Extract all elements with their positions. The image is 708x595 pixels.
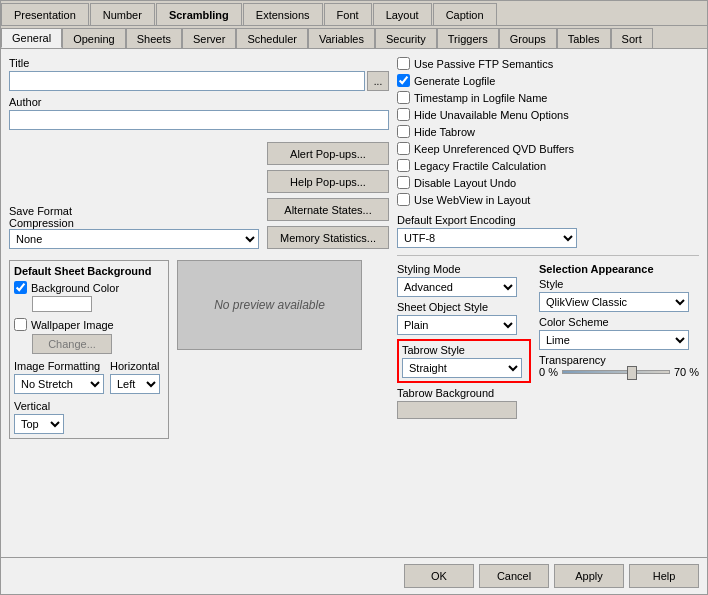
left-panel: Title ... Author Save Format: [9, 57, 389, 549]
transparency-slider-track: [562, 370, 670, 374]
compression-label: Compression: [9, 217, 74, 229]
horizontal-label: Horizontal: [110, 360, 160, 372]
transparency-row: 0 % 70 %: [539, 366, 699, 378]
hide-unavailable-row: Hide Unavailable Menu Options: [397, 108, 699, 121]
transparency-slider-thumb[interactable]: [627, 366, 637, 380]
passive-ftp-checkbox[interactable]: [397, 57, 410, 70]
compression-select[interactable]: None: [9, 229, 259, 249]
subtab-groups[interactable]: Groups: [499, 28, 557, 48]
disable-layout-undo-label: Disable Layout Undo: [414, 177, 516, 189]
color-swatch[interactable]: [32, 296, 92, 312]
alternate-states-btn[interactable]: Alternate States...: [267, 198, 389, 221]
horizontal-select[interactable]: Left: [110, 374, 160, 394]
selection-appearance-label: Selection Appearance: [539, 263, 654, 275]
tabrow-bg-swatch[interactable]: [397, 401, 517, 419]
subtab-tables[interactable]: Tables: [557, 28, 611, 48]
bg-group: Default Sheet Background Background Colo…: [9, 260, 169, 439]
trans-max: 70 %: [674, 366, 699, 378]
form-area: Title ... Author Save Format: [9, 57, 699, 549]
top-tab-bar: Presentation Number Scrambling Extension…: [1, 1, 707, 26]
generate-logfile-checkbox[interactable]: [397, 74, 410, 87]
style-label: Style: [539, 278, 699, 290]
vertical-select[interactable]: Top: [14, 414, 64, 434]
ok-button[interactable]: OK: [404, 564, 474, 588]
subtab-general[interactable]: General: [1, 28, 62, 48]
cancel-button[interactable]: Cancel: [479, 564, 549, 588]
title-group: Title ...: [9, 57, 389, 91]
change-btn[interactable]: Change...: [32, 334, 112, 354]
action-buttons: Alert Pop-ups... Help Pop-ups... Alterna…: [267, 142, 389, 249]
horizontal-group: Horizontal Left: [110, 360, 160, 394]
hide-unavailable-checkbox[interactable]: [397, 108, 410, 121]
title-browse-btn[interactable]: ...: [367, 71, 389, 91]
timestamp-logfile-row: Timestamp in Logfile Name: [397, 91, 699, 104]
styling-mode-group: Styling Mode Advanced: [397, 263, 531, 297]
image-format-label: Image Formatting: [14, 360, 104, 372]
passive-ftp-row: Use Passive FTP Semantics: [397, 57, 699, 70]
tabrow-bg-label: Tabrow Background: [397, 387, 531, 399]
timestamp-logfile-label: Timestamp in Logfile Name: [414, 92, 547, 104]
legacy-fractile-checkbox[interactable]: [397, 159, 410, 172]
bg-color-label: Background Color: [31, 282, 119, 294]
sheet-object-select[interactable]: Plain: [397, 315, 517, 335]
legacy-fractile-label: Legacy Fractile Calculation: [414, 160, 546, 172]
apply-button[interactable]: Apply: [554, 564, 624, 588]
alert-popups-btn[interactable]: Alert Pop-ups...: [267, 142, 389, 165]
styling-left: Styling Mode Advanced Sheet Object Style…: [397, 263, 531, 419]
generate-logfile-row: Generate Logfile: [397, 74, 699, 87]
sheet-object-group: Sheet Object Style Plain: [397, 301, 531, 335]
bg-color-checkbox[interactable]: [14, 281, 27, 294]
sheet-object-label: Sheet Object Style: [397, 301, 531, 313]
help-popups-btn[interactable]: Help Pop-ups...: [267, 170, 389, 193]
hide-tabrow-row: Hide Tabrow: [397, 125, 699, 138]
tab-font[interactable]: Font: [324, 3, 372, 25]
image-format-select[interactable]: No Stretch: [14, 374, 104, 394]
bg-color-row: Background Color: [14, 281, 164, 294]
preview-text: No preview available: [214, 298, 325, 312]
title-input[interactable]: [9, 71, 365, 91]
styling-section: Styling Mode Advanced Sheet Object Style…: [397, 263, 699, 419]
use-webview-checkbox[interactable]: [397, 193, 410, 206]
style-select[interactable]: QlikView Classic: [539, 292, 689, 312]
compression-group: Compression None: [9, 217, 259, 249]
styling-right: Selection Appearance Style QlikView Clas…: [539, 263, 699, 419]
tab-scrambling[interactable]: Scrambling: [156, 3, 242, 25]
subtab-variables[interactable]: Variables: [308, 28, 375, 48]
help-button[interactable]: Help: [629, 564, 699, 588]
main-content: Title ... Author Save Format: [1, 49, 707, 557]
encoding-select[interactable]: UTF-8: [397, 228, 577, 248]
image-format-group: Image Formatting No Stretch: [14, 360, 104, 394]
bg-group-title: Default Sheet Background: [14, 265, 164, 277]
tab-extensions[interactable]: Extensions: [243, 3, 323, 25]
disable-layout-undo-checkbox[interactable]: [397, 176, 410, 189]
trans-min: 0 %: [539, 366, 558, 378]
timestamp-logfile-checkbox[interactable]: [397, 91, 410, 104]
subtab-server[interactable]: Server: [182, 28, 236, 48]
author-group: Author: [9, 96, 389, 130]
subtab-security[interactable]: Security: [375, 28, 437, 48]
keep-unreferenced-checkbox[interactable]: [397, 142, 410, 155]
subtab-sort[interactable]: Sort: [611, 28, 653, 48]
memory-statistics-btn[interactable]: Memory Statistics...: [267, 226, 389, 249]
keep-unreferenced-row: Keep Unreferenced QVD Buffers: [397, 142, 699, 155]
tabrow-style-label: Tabrow Style: [402, 344, 526, 356]
wallpaper-checkbox[interactable]: [14, 318, 27, 331]
use-webview-row: Use WebView in Layout: [397, 193, 699, 206]
image-format-row: Image Formatting No Stretch Horizontal L…: [14, 360, 164, 434]
tabrow-style-select[interactable]: Straight: [402, 358, 522, 378]
tab-layout[interactable]: Layout: [373, 3, 432, 25]
subtab-sheets[interactable]: Sheets: [126, 28, 182, 48]
subtab-triggers[interactable]: Triggers: [437, 28, 499, 48]
hide-tabrow-checkbox[interactable]: [397, 125, 410, 138]
subtab-scheduler[interactable]: Scheduler: [236, 28, 308, 48]
color-scheme-select[interactable]: Lime: [539, 330, 689, 350]
tabrow-style-group: Tabrow Style Straight: [397, 339, 531, 383]
tab-presentation[interactable]: Presentation: [1, 3, 89, 25]
author-input[interactable]: [9, 110, 389, 130]
tab-number[interactable]: Number: [90, 3, 155, 25]
tab-caption[interactable]: Caption: [433, 3, 497, 25]
subtab-opening[interactable]: Opening: [62, 28, 126, 48]
save-format-label: Save Format: [9, 205, 72, 217]
styling-mode-select[interactable]: Advanced: [397, 277, 517, 297]
save-format-group: Save Format Compression None: [9, 205, 259, 249]
